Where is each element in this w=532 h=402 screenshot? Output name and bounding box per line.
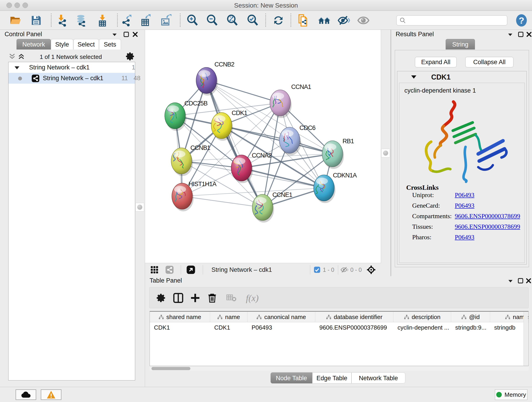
table-cell[interactable]: P06493 [252, 324, 272, 331]
memory-button[interactable]: Memory [495, 389, 527, 400]
column-header-name[interactable]: name [210, 312, 247, 322]
column-header--id[interactable]: @id [451, 312, 490, 322]
network-graph[interactable]: CCNB2CCNA1CDC25BCDK1CDC6RB1CCNB1CCNA2CDK… [145, 30, 381, 262]
string-view-button[interactable] [165, 265, 174, 275]
network-collection-row[interactable]: String Network – cdk1 1 [8, 62, 135, 73]
node-CDC25B[interactable]: CDC25B [165, 100, 208, 131]
table-settings-button[interactable] [155, 292, 168, 304]
node-CDC6[interactable]: CDC6 [279, 124, 316, 155]
panel-menu-icon[interactable] [507, 278, 514, 285]
tab-select[interactable]: Select [73, 39, 99, 50]
collapse-all-button[interactable]: Collapse All [465, 57, 513, 67]
help-button[interactable]: ? [515, 14, 527, 27]
tab-edge-table[interactable]: Edge Table [312, 372, 351, 383]
table-vertical-scrollbar[interactable] [524, 312, 528, 366]
panel-menu-icon[interactable] [111, 31, 118, 39]
crosslink-link[interactable]: P06493 [455, 202, 475, 209]
scrollbar-thumb[interactable] [152, 367, 190, 370]
import-table-button[interactable] [96, 14, 109, 27]
tab-string[interactable]: String [446, 39, 475, 50]
export-image-button[interactable] [160, 14, 173, 27]
edge-CCNB2-CCNE1[interactable] [206, 80, 263, 207]
open-session-button[interactable] [9, 14, 22, 27]
table-cell[interactable]: 9606.ENSP00000378699 [319, 324, 387, 331]
float-panel-icon[interactable] [518, 31, 524, 38]
node-CCNE1[interactable]: CCNE1 [252, 191, 292, 223]
crosslink-link[interactable]: 9606.ENSP00000378699 [455, 212, 520, 220]
function-builder-button[interactable]: f(x) [242, 292, 263, 304]
right-splitter-handle[interactable] [381, 149, 390, 157]
edge-CCNE1-HIST1H1A[interactable] [182, 196, 263, 207]
float-panel-icon[interactable] [123, 31, 129, 38]
column-header-database-identifier[interactable]: database identifier [315, 312, 393, 322]
grid-view-button[interactable] [150, 265, 159, 275]
export-network-button[interactable] [120, 14, 133, 27]
table-cell[interactable]: stringdb [494, 324, 515, 331]
collapse-triangle-icon[interactable] [411, 75, 417, 80]
table-cell[interactable]: stringdb:9... [455, 324, 486, 331]
crosslink-link[interactable]: P06493 [455, 234, 475, 241]
edge-CDK1-RB1[interactable] [222, 126, 332, 154]
search-input[interactable] [406, 17, 502, 24]
show-columns-button[interactable] [172, 292, 185, 304]
node-RB1[interactable]: RB1 [322, 138, 354, 169]
table-horizontal-scrollbar[interactable] [150, 366, 529, 370]
clone-network-button[interactable] [297, 14, 310, 27]
tab-network[interactable]: Network [17, 39, 51, 50]
tab-sets[interactable]: Sets [99, 39, 121, 50]
column-header-namespace[interactable]: namespace [490, 312, 529, 322]
crosslink-link[interactable]: 9606.ENSP00000378699 [455, 223, 520, 230]
hide-selected-button[interactable] [337, 14, 350, 27]
crosslink-link[interactable]: P06493 [455, 191, 475, 199]
network-row[interactable]: String Network – cdk1 11 48 [8, 73, 135, 84]
refresh-button[interactable] [272, 14, 285, 27]
column-header-canonical-name[interactable]: canonical name [247, 312, 315, 322]
zoom-out-button[interactable] [206, 14, 219, 27]
cloud-button[interactable] [16, 389, 36, 400]
table-cell[interactable]: CDK1 [154, 324, 170, 331]
hidden-eye-icon[interactable] [340, 266, 348, 274]
node-CCNB2[interactable]: CCNB2 [196, 61, 234, 96]
delete-column-button[interactable] [206, 292, 219, 304]
add-column-button[interactable] [189, 292, 202, 304]
delete-table-button[interactable] [225, 292, 238, 304]
show-all-button[interactable] [357, 14, 370, 27]
fit-selected-crosshair-button[interactable] [366, 265, 376, 275]
node-table[interactable]: shared namenamecanonical namedatabase id… [150, 311, 529, 366]
import-network-file-button[interactable] [56, 14, 69, 27]
warnings-button[interactable] [41, 389, 61, 400]
network-canvas[interactable]: CCNB2CCNA1CDC25BCDK1CDC6RB1CCNB1CCNA2CDK… [145, 30, 381, 263]
export-table-button[interactable] [139, 14, 152, 27]
close-panel-icon[interactable] [526, 31, 532, 38]
node-CCNB1[interactable]: CCNB1 [171, 144, 210, 176]
selected-checkbox[interactable] [314, 266, 321, 274]
save-session-button[interactable] [30, 14, 43, 27]
expand-all-button[interactable]: Expand All [415, 57, 457, 67]
zoom-selected-button[interactable] [246, 14, 259, 27]
node-CDKN1A[interactable]: CDKN1A [314, 172, 357, 203]
zoom-fit-button[interactable] [226, 14, 239, 27]
node-CDK1[interactable]: CDK1 [211, 109, 247, 141]
left-splitter-handle[interactable] [135, 203, 144, 211]
gear-icon[interactable] [126, 51, 135, 62]
tab-network-table[interactable]: Network Table [351, 372, 405, 383]
table-row[interactable]: CDK1CDK1P064939606.ENSP00000378699cyclin… [150, 322, 529, 332]
panel-menu-icon[interactable] [507, 31, 514, 39]
table-cell[interactable]: cyclin-dependent ... [398, 324, 449, 331]
import-network-database-button[interactable] [75, 14, 88, 27]
node-HIST1H1A[interactable]: HIST1H1A [172, 181, 216, 211]
table-cell[interactable]: CDK1 [214, 324, 230, 331]
close-panel-icon[interactable] [525, 278, 532, 285]
tab-node-table[interactable]: Node Table [271, 372, 312, 383]
float-panel-icon[interactable] [517, 278, 524, 285]
zoom-in-button[interactable] [186, 14, 199, 27]
node-CCNA2[interactable]: CCNA2 [231, 152, 272, 183]
open-in-window-button[interactable] [186, 265, 196, 275]
collapse-triangle-icon[interactable] [14, 65, 20, 70]
zoom-out-icon [206, 14, 218, 27]
first-neighbors-button[interactable] [318, 14, 331, 27]
column-header-shared-name[interactable]: shared name [150, 312, 210, 322]
column-header-description[interactable]: description [393, 312, 451, 322]
close-panel-icon[interactable] [132, 31, 138, 38]
tab-style[interactable]: Style [51, 39, 73, 50]
